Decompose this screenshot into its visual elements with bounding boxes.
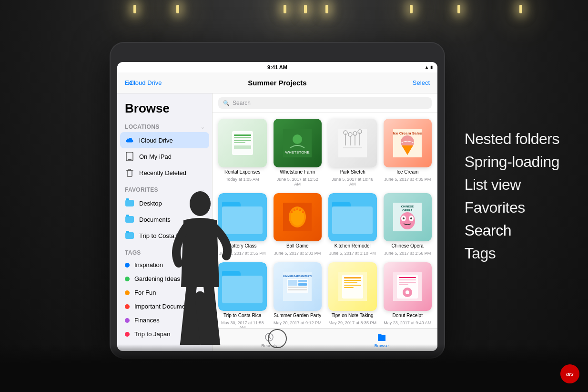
svg-rect-6	[234, 140, 251, 141]
favorites-label: Favorites	[125, 186, 158, 193]
svg-rect-45	[298, 280, 307, 282]
ars-badge: ars	[560, 364, 579, 383]
feature-spring-loading: Spring-loading	[465, 150, 559, 173]
file-thumb-whetstone: WHETSTONE	[274, 119, 322, 167]
icloud-label: iCloud Drive	[139, 137, 173, 144]
ceiling-light	[410, 5, 413, 13]
svg-rect-7	[234, 142, 245, 143]
file-item-kitchen[interactable]: Kitchen Remodel June 5, 2017 at 3:10 PM	[328, 193, 377, 256]
search-placeholder: Search	[233, 100, 251, 106]
browse-icon	[376, 332, 387, 342]
locations-label: Locations	[125, 124, 159, 130]
file-name-summerparty: Summer Garden Party	[274, 313, 321, 319]
svg-rect-61	[399, 284, 408, 285]
svg-rect-12	[338, 129, 367, 157]
file-date-kitchen: June 5, 2017 at 3:10 PM	[329, 251, 376, 256]
file-name-chinese: Chinese Opera	[392, 243, 424, 249]
file-thumb-rental	[218, 119, 267, 167]
svg-rect-8	[234, 145, 251, 149]
sidebar-item-icloud[interactable]: iCloud Drive	[120, 132, 209, 148]
ceiling-light	[133, 5, 136, 13]
search-field[interactable]: 🔍 Search	[218, 97, 432, 109]
svg-text:SUMMER GARDEN PARTY: SUMMER GARDEN PARTY	[283, 275, 312, 278]
svg-rect-54	[344, 285, 361, 286]
svg-point-36	[400, 212, 415, 229]
wifi-icon: ▲	[425, 65, 429, 70]
svg-rect-2	[128, 159, 132, 160]
svg-text:Ice Cream Sales: Ice Cream Sales	[393, 131, 422, 135]
file-thumb-summer: SUMMER GARDEN PARTY	[274, 262, 322, 311]
file-name-donut: Donut Receipt	[393, 313, 423, 319]
battery-icon: ▮	[430, 65, 433, 70]
important-dot	[125, 304, 130, 309]
forfun-dot	[125, 290, 130, 295]
file-thumb-icecream: Ice Cream Sales	[384, 119, 432, 167]
svg-text:CHINESE: CHINESE	[401, 205, 414, 208]
svg-text:OPERA: OPERA	[403, 209, 413, 212]
finances-label: Finances	[134, 317, 160, 324]
svg-point-0	[190, 191, 211, 216]
file-item-chinese[interactable]: CHINESE OPERA Chinese Ope	[384, 193, 432, 256]
feature-search: Search	[465, 219, 559, 242]
svg-rect-53	[344, 282, 357, 283]
documents-folder-icon	[125, 215, 134, 224]
file-thumb-donut	[384, 262, 432, 311]
ceiling-light	[284, 5, 286, 13]
svg-rect-52	[344, 280, 361, 281]
feature-tags: Tags	[465, 242, 559, 265]
edit-button[interactable]: Edit	[125, 79, 135, 86]
trash-icon	[125, 168, 134, 177]
finances-dot	[125, 318, 130, 323]
file-date-icecream: June 5, 2017 at 4:35 PM	[384, 177, 431, 182]
feature-nested-folders: Nested folders	[465, 127, 559, 150]
status-bar: 9:41 AM ▲ ▮	[117, 62, 437, 72]
svg-rect-28	[291, 211, 293, 213]
svg-rect-59	[399, 279, 416, 280]
file-thumb-tips	[328, 262, 377, 311]
ceiling-light	[176, 5, 179, 13]
file-item-summerparty[interactable]: SUMMER GARDEN PARTY Summer Garden Party …	[274, 262, 322, 328]
file-date-whetstone: June 5, 2017 at 11:52 AM	[274, 177, 322, 186]
select-button[interactable]: Select	[413, 79, 430, 86]
feature-list-view: List view	[465, 173, 559, 196]
svg-rect-44	[288, 280, 297, 286]
file-date-tips: May 29, 2017 at 8:35 PM	[328, 320, 376, 325]
svg-text:WHETSTONE: WHETSTONE	[285, 150, 310, 155]
presenter-person	[157, 182, 243, 354]
file-item-donut[interactable]: Donut Receipt May 23, 2017 at 9:49 AM	[384, 262, 432, 328]
svg-rect-55	[344, 287, 354, 288]
sidebar-item-deleted[interactable]: Recently Deleted	[117, 165, 212, 181]
file-thumb-ballgame	[274, 193, 322, 242]
svg-rect-5	[234, 137, 251, 138]
file-name-icecream: Ice Cream	[396, 169, 418, 175]
file-item-ballgame[interactable]: Ball Game June 5, 2017 at 5:33 PM	[274, 193, 322, 256]
file-item-tips[interactable]: Tips on Note Taking May 29, 2017 at 8:35…	[328, 262, 377, 328]
svg-rect-4	[234, 134, 251, 136]
icloud-icon	[125, 135, 134, 145]
svg-point-63	[406, 290, 409, 294]
svg-point-10	[293, 134, 302, 144]
svg-point-39	[403, 217, 405, 219]
deleted-label: Recently Deleted	[139, 169, 186, 176]
file-grid: Rental Expenses Today at 1:05 AM WHETSTO…	[213, 113, 437, 328]
svg-rect-46	[298, 283, 307, 286]
file-item-whetstone[interactable]: WHETSTONE Whetstone Farm June 5, 2017 at…	[274, 119, 322, 186]
file-area: 🔍 Search	[213, 93, 437, 351]
file-item-park[interactable]: Park Sketch June 5, 2017 at 10:46 AM	[328, 119, 377, 186]
locations-section-header: Locations ⌄	[117, 122, 212, 132]
file-name-tips: Tips on Note Taking	[332, 313, 374, 319]
file-item-icecream[interactable]: Ice Cream Sales Ice Cream June 5, 2017 a…	[384, 119, 432, 186]
nav-bar: Edit ‹ iCloud Drive Summer Projects Sele…	[117, 72, 437, 93]
file-item-rental[interactable]: Rental Expenses Today at 1:05 AM	[218, 119, 267, 186]
ceiling-light	[457, 5, 460, 13]
sidebar-item-ipad[interactable]: On My iPad	[117, 148, 212, 165]
ipad-device-icon	[125, 152, 134, 161]
status-right: ▲ ▮	[425, 65, 433, 70]
svg-rect-31	[299, 209, 301, 211]
status-time: 9:41 AM	[267, 64, 287, 70]
file-date-park: June 5, 2017 at 10:46 AM	[328, 177, 377, 186]
nav-title: Summer Projects	[248, 79, 306, 87]
ceiling-light	[304, 5, 307, 13]
file-name-whetstone: Whetstone Farm	[280, 169, 315, 175]
file-date-summerparty: May 20, 2017 at 9:12 PM	[274, 320, 322, 325]
